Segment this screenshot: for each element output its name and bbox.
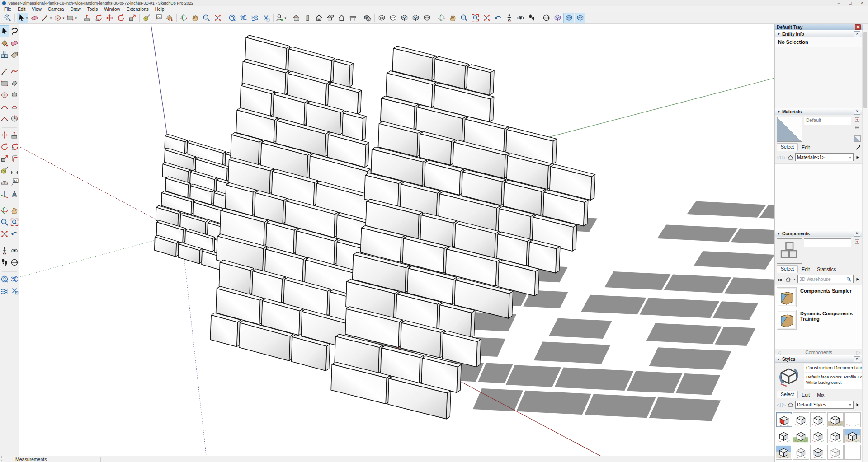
paint-bucket-tool[interactable]	[164, 13, 175, 23]
style-thumb-1[interactable]	[776, 412, 792, 427]
styles-hide-icon[interactable]: ✕	[854, 356, 860, 362]
warehouse-get-models[interactable]	[291, 13, 302, 23]
menu-help[interactable]: Help	[152, 7, 168, 12]
warehouse-column[interactable]	[302, 13, 313, 23]
make-component-tool[interactable]	[0, 49, 9, 61]
components-tab-select[interactable]: Select	[777, 265, 798, 273]
look-around-tool[interactable]	[515, 13, 526, 23]
material-preview[interactable]	[777, 117, 802, 142]
smoove-tool[interactable]	[249, 13, 260, 23]
push-pull-tool[interactable]	[9, 129, 19, 141]
collapse-arrow-icon[interactable]: ▼	[777, 358, 780, 361]
rotated-rectangle-tool[interactable]	[9, 77, 19, 89]
components-list[interactable]: Components SamplerDynamic Components Tra…	[775, 285, 863, 349]
materials-collection-dropdown[interactable]: Materials<1> ▼	[795, 153, 854, 161]
style-thumb-8[interactable]	[810, 429, 826, 443]
default-swatch-icon[interactable]	[854, 135, 861, 142]
section-plane-tool[interactable]	[9, 257, 19, 268]
tape-measure-tool[interactable]	[141, 13, 152, 23]
warehouse-search-input[interactable]: 3D Warehouse	[797, 275, 854, 283]
rectangle-tool[interactable]: ▼	[66, 13, 78, 23]
zoom-extents-tool-2[interactable]	[481, 13, 492, 23]
orbit-tool-2[interactable]	[436, 13, 447, 23]
materials-list[interactable]	[775, 163, 863, 230]
style-name-field[interactable]: Construction Documentation Sty	[804, 364, 868, 372]
smoove-tool[interactable]	[0, 285, 9, 297]
component-collection-item[interactable]: Dynamic Components Training	[777, 310, 861, 330]
tray-close-icon[interactable]: ✕	[855, 24, 861, 30]
collapse-arrow-icon[interactable]: ▼	[777, 33, 780, 36]
components-hide-icon[interactable]: ✕	[854, 231, 860, 237]
tray-title-bar[interactable]: Default Tray ✕	[775, 24, 863, 30]
text-tool[interactable]: A1	[9, 176, 19, 188]
sandbox-from-contours[interactable]	[0, 273, 9, 285]
details-arrow-icon[interactable]	[855, 154, 861, 160]
chevron-down-icon[interactable]: ▼	[75, 17, 77, 19]
style-thumb-6[interactable]	[776, 429, 792, 443]
tag-tool[interactable]	[9, 49, 19, 61]
previous-view[interactable]	[492, 13, 503, 23]
model-scene[interactable]	[19, 24, 774, 456]
materials-hide-icon[interactable]: ✕	[854, 109, 860, 115]
rotate-tool[interactable]	[115, 13, 126, 23]
default-material-icon[interactable]	[854, 124, 860, 131]
collapse-arrow-icon[interactable]: ▼	[777, 232, 780, 235]
details-arrow-icon[interactable]	[855, 402, 861, 408]
zoom-extents-tool[interactable]	[212, 13, 223, 23]
home-icon[interactable]	[785, 276, 792, 283]
display-monochrome[interactable]	[421, 13, 432, 23]
components-header[interactable]: ▼ Components ✕	[775, 230, 863, 237]
minimize-button[interactable]: –	[833, 0, 844, 6]
three-point-arc-tool[interactable]	[0, 112, 9, 124]
next-page-icon[interactable]: ▷	[857, 350, 860, 355]
protractor-tool[interactable]	[0, 176, 9, 188]
create-material-icon[interactable]	[854, 117, 860, 123]
line-tool[interactable]	[0, 65, 9, 77]
display-shaded[interactable]	[399, 13, 410, 23]
display-wireframe[interactable]	[376, 13, 387, 23]
3d-text-tool[interactable]	[9, 188, 19, 200]
pan-tool[interactable]	[189, 13, 200, 23]
text-tool[interactable]: A1	[152, 13, 163, 23]
component-preview[interactable]	[777, 238, 802, 264]
orbit-tool[interactable]	[178, 13, 189, 23]
warehouse-share-model[interactable]	[325, 13, 335, 23]
style-thumb-15[interactable]	[844, 445, 861, 460]
forward-arrow-icon[interactable]: ▷	[782, 402, 785, 407]
back-arrow-icon[interactable]: ◁	[777, 402, 780, 407]
maximize-button[interactable]: ▢	[844, 0, 856, 6]
style-thumb-12[interactable]	[793, 445, 809, 460]
menu-camera[interactable]: Camera	[45, 7, 67, 12]
offset-tool[interactable]	[9, 153, 19, 164]
follow-me-tool[interactable]	[9, 141, 19, 153]
two-point-arc-tool[interactable]	[9, 101, 19, 112]
arc-tool[interactable]	[0, 101, 9, 112]
details-arrow-icon[interactable]	[855, 276, 861, 282]
circle-tool[interactable]	[0, 89, 9, 101]
home-icon[interactable]	[787, 154, 794, 161]
position-camera-tool[interactable]	[0, 245, 9, 257]
menu-draw[interactable]: Draw	[67, 7, 84, 12]
pan-tool[interactable]	[9, 205, 19, 216]
pan-tool-2[interactable]	[447, 13, 458, 23]
warehouse-home[interactable]	[313, 13, 324, 23]
display-hidden-line[interactable]	[387, 13, 398, 23]
forward-arrow-icon[interactable]: ▷	[782, 154, 785, 160]
scrollbar-thumb[interactable]	[863, 32, 867, 108]
viewport-3d[interactable]	[19, 24, 774, 456]
chevron-down-icon[interactable]: ▼	[284, 17, 287, 19]
lasso-tool[interactable]	[9, 25, 19, 37]
close-button[interactable]: ✕	[856, 0, 868, 6]
select-tool[interactable]	[0, 25, 9, 37]
look-around-tool[interactable]	[9, 245, 19, 257]
move-tool[interactable]	[104, 13, 115, 23]
styles-tab-mix[interactable]: Mix	[813, 392, 828, 398]
menu-file[interactable]: File	[1, 7, 14, 12]
view-options-icon[interactable]	[777, 276, 783, 283]
walk-tool[interactable]	[526, 13, 537, 23]
style-thumb-10[interactable]	[844, 429, 861, 443]
menu-window[interactable]: Window	[101, 7, 123, 12]
chevron-down-icon[interactable]: ▼	[793, 278, 796, 281]
axes-tool[interactable]	[0, 188, 9, 200]
line-tool[interactable]: ▼	[40, 13, 52, 23]
